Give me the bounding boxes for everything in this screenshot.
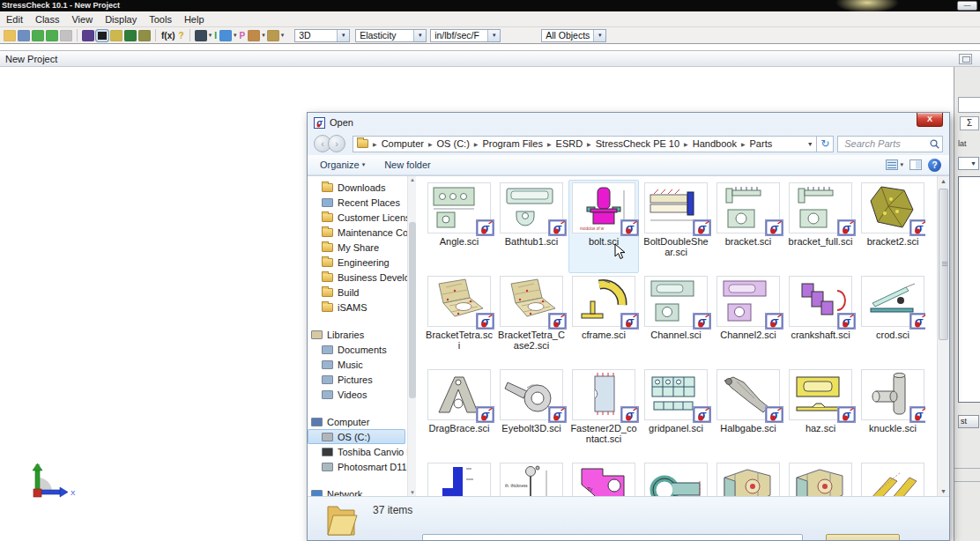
sidebar-item-network[interactable]: Network [308,486,407,496]
sidebar-item-my-share[interactable]: My Share [308,240,407,255]
file-item-channel-sci[interactable]: σChannel.sci [641,273,711,367]
stamp-tool-icon[interactable] [267,30,279,41]
file-name-input[interactable] [422,534,803,541]
theory-select[interactable]: Elasticity▾ [355,29,427,42]
scroll-up-icon[interactable]: ▲ [408,177,417,182]
folder-view-icon[interactable] [110,30,122,41]
forward-button[interactable]: › [328,135,345,152]
menu-item-display[interactable]: Display [99,14,143,25]
scrollbar-thumb[interactable] [939,189,948,340]
sigma-tab[interactable]: Σ [960,116,979,130]
new-folder-button[interactable]: New folder [380,159,435,170]
save-icon[interactable] [18,30,30,41]
flag-view-icon[interactable] [124,30,137,41]
filelist-scrollbar[interactable]: ▲ ▼ [937,176,949,496]
file-item-blank[interactable]: σ [713,460,783,496]
ibeam-tool-icon[interactable]: I [213,30,218,41]
scrollbar-thumb[interactable] [409,222,416,398]
preview-pane-button[interactable] [909,159,922,170]
minimize-button[interactable]: — [957,1,977,11]
sidebar-item-downloads[interactable]: Downloads [308,180,407,195]
objects-filter-select[interactable]: All Objects▾ [541,29,606,42]
file-item-channel2-sci[interactable]: σChannel2.sci [713,273,783,367]
file-item-bracket-full-sci[interactable]: σbracket_full.sci [785,180,856,273]
sidebar-item-videos[interactable]: Videos [308,387,407,402]
open-button[interactable] [826,534,900,541]
address-bar[interactable]: ▶ Computer▶OS (C:)▶Program Files▶ESRD▶St… [353,136,817,152]
breadcrumb-item-parts[interactable]: Parts [747,138,776,149]
anchor-tool-icon[interactable] [248,30,260,41]
chevron-down-icon[interactable]: ▾ [281,32,285,39]
sidebar-item-libraries[interactable]: Libraries [308,327,407,342]
file-item-crod-sci[interactable]: σcrod.sci [858,273,925,367]
help-button[interactable]: ? [928,159,941,172]
scroll-down-icon[interactable]: ▼ [938,488,949,494]
menu-item-edit[interactable]: Edit [0,14,29,25]
flag-tool-icon[interactable] [219,30,232,41]
sidebar-item-computer[interactable]: Computer [308,414,407,429]
sidebar-item-build[interactable]: Build [308,285,407,300]
sidebar-item-maintenance-con[interactable]: Maintenance Con [308,225,407,240]
file-item-knuckle-sci[interactable]: σknuckle.sci [858,367,925,460]
file-item-bracket2-sci[interactable]: σbracket2.sci [858,180,925,273]
breadcrumb-item-stresscheck-pe-10[interactable]: StressCheck PE 10 [593,138,682,149]
menu-item-view[interactable]: View [65,14,99,25]
panel-button[interactable]: st [958,415,979,428]
panel-dropdown[interactable]: ▼ [958,157,979,170]
sidebar-item-documents[interactable]: Documents [308,342,407,357]
panel-tab-label[interactable]: lat [958,139,967,148]
breadcrumb-item-handbook[interactable]: Handbook [690,138,739,149]
menu-item-tools[interactable]: Tools [143,14,178,25]
print-icon[interactable] [60,30,72,41]
menu-item-class[interactable]: Class [29,14,66,25]
file-item-cframe-sci[interactable]: σcframe.sci [568,273,639,367]
file-item-bolt-sci[interactable]: modulus of wσbolt.sci [568,180,639,273]
export-icon[interactable] [46,30,58,41]
sidebar-scrollbar[interactable]: ▲ ▼ [407,176,416,496]
breadcrumb-item-computer[interactable]: Computer [379,138,427,149]
sidebar-item-photosmart-d110[interactable]: Photosmart D110 [308,459,407,474]
select-tool-icon[interactable] [195,30,207,41]
menu-item-help[interactable]: Help [178,14,211,25]
scroll-up-icon[interactable]: ▲ [938,178,949,184]
search-input[interactable] [843,137,927,150]
sidebar-item-pictures[interactable]: Pictures [308,372,407,387]
file-item-brackettetra-case2-sci[interactable]: σBracketTetra_Case2.sci [496,273,567,367]
display-mode-icon[interactable] [82,30,94,41]
chevron-down-icon[interactable]: ▾ [234,32,237,39]
help-key-icon[interactable]: ? [178,30,185,41]
chevron-down-icon[interactable]: ▾ [209,32,212,39]
file-item-blank[interactable]: σ [641,460,711,496]
import-icon[interactable] [32,30,44,41]
sidebar-item-toshiba-canvio-h[interactable]: Toshiba Canvio H [308,444,407,459]
file-item-bathtub1-sci[interactable]: σBathtub1.sci [496,180,567,273]
open-icon[interactable] [4,30,16,41]
organize-button[interactable]: Organize ▾ [316,159,369,170]
file-item-haz-sci[interactable]: σhaz.sci [785,367,856,460]
sidebar-item-os-c[interactable]: OS (C:) [308,429,405,444]
search-box[interactable] [837,136,943,152]
file-item-gridpanel-sci[interactable]: σgridpanel.sci [641,367,711,460]
file-item-blank[interactable]: σ [858,460,925,496]
sidebar-item-business-develop[interactable]: Business Develop [308,270,407,285]
file-item-crankshaft-sci[interactable]: σcrankshaft.sci [785,273,856,367]
file-item-fastener2d-contact-sci[interactable]: σFastener2D_contact.sci [568,367,639,460]
address-dropdown-icon[interactable]: ▼ [804,141,816,147]
scroll-down-icon[interactable]: ▼ [408,490,417,495]
chevron-down-icon[interactable]: ▾ [262,32,265,39]
file-item-blank[interactable]: th. thicknessσ [496,460,567,496]
mdi-restore-button[interactable] [959,54,972,64]
file-item-blank[interactable]: σ [785,460,856,496]
sidebar-item-music[interactable]: Music [308,357,407,372]
units-select[interactable]: in/lbf/sec/F▾ [430,29,501,42]
breadcrumb-item-program-files[interactable]: Program Files [479,138,545,149]
object-view-icon[interactable] [138,30,151,41]
file-item-angle-sci[interactable]: σAngle.sci [424,180,494,273]
file-item-bracket-sci[interactable]: σbracket.sci [713,180,783,273]
file-item-blank[interactable]: Tyσ [568,460,639,496]
sidebar-item-engineering[interactable]: Engineering [308,255,407,270]
sidebar-item-recent-places[interactable]: Recent Places [308,195,407,210]
views-button[interactable]: ▾ [886,159,903,170]
refresh-button[interactable]: ↻ [817,136,834,152]
point-tool-icon[interactable]: P [238,30,246,41]
